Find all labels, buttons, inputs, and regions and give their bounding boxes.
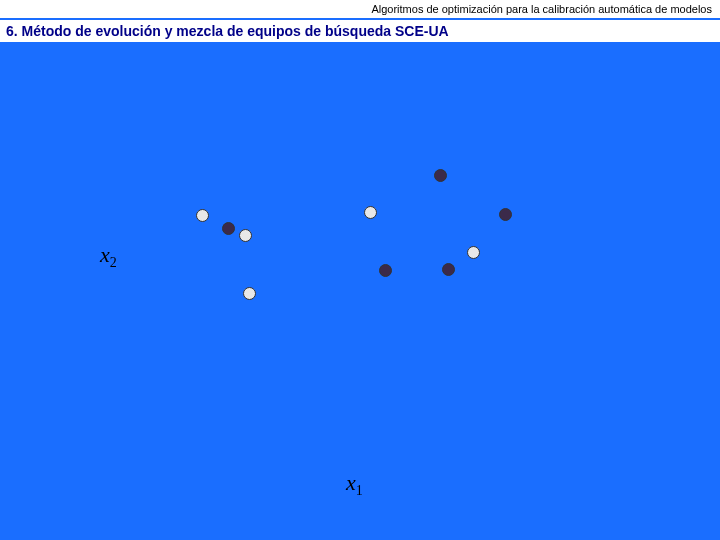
scatter-point — [239, 229, 252, 242]
section-heading-bar: 6. Método de evolución y mezcla de equip… — [0, 20, 720, 42]
scatter-point — [364, 206, 377, 219]
scatter-point — [434, 169, 447, 182]
scatter-point — [442, 263, 455, 276]
scatter-point — [499, 208, 512, 221]
scatter-canvas: x2 x1 — [0, 42, 720, 540]
y-axis-sub: 2 — [110, 255, 117, 270]
scatter-point — [379, 264, 392, 277]
y-axis-var: x — [100, 242, 110, 267]
x-axis-sub: 1 — [356, 483, 363, 498]
scatter-point — [467, 246, 480, 259]
y-axis-label: x2 — [100, 242, 117, 271]
scatter-point — [243, 287, 256, 300]
section-heading: 6. Método de evolución y mezcla de equip… — [6, 23, 449, 39]
scatter-point — [196, 209, 209, 222]
scatter-point — [222, 222, 235, 235]
x-axis-label: x1 — [346, 470, 363, 499]
header-title: Algoritmos de optimización para la calib… — [371, 3, 712, 15]
x-axis-var: x — [346, 470, 356, 495]
header-bar: Algoritmos de optimización para la calib… — [0, 0, 720, 20]
